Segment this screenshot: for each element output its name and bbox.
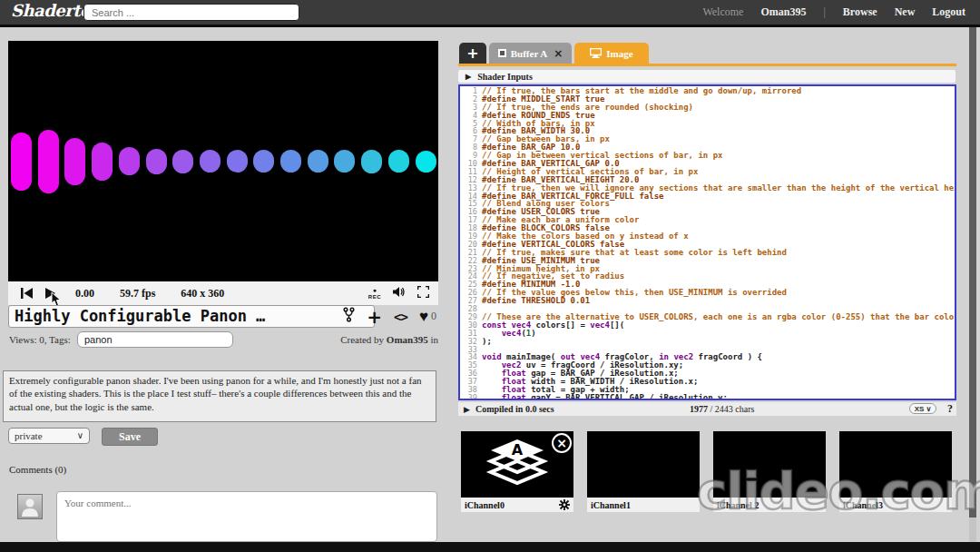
code-line[interactable]: 9// Gap in between vertical sections of … xyxy=(460,151,955,159)
code-line[interactable]: 30const vec4 colors[] = vec4[]( xyxy=(460,320,955,329)
ichannel0-slot[interactable]: A × iChannel0 xyxy=(461,431,573,512)
comment-input[interactable] xyxy=(56,491,437,542)
code-line[interactable]: 13// If true, then we will ignore any se… xyxy=(460,183,955,192)
code-line[interactable]: 38 float total = gap + width; xyxy=(460,385,955,393)
code-line[interactable]: 27#define THRESHOLD 0.01 xyxy=(460,296,955,304)
welcome-label: Welcome xyxy=(702,5,743,19)
code-line[interactable]: 36 float gap = BAR_GAP / iResolution.x; xyxy=(460,369,955,377)
spectrum-bar xyxy=(146,149,167,174)
code-line[interactable]: 19// Make the colors based on y instead … xyxy=(460,232,955,240)
code-editor[interactable]: 1// If true, the bars start at the middl… xyxy=(458,84,956,400)
description-box[interactable]: Extremely configurable panon shader. I'v… xyxy=(3,370,436,422)
spectrum-bar xyxy=(388,150,409,172)
ichannel1-preview[interactable] xyxy=(587,431,700,498)
code-line[interactable]: 7// Gap between bars, in px xyxy=(460,134,955,143)
like-icon[interactable]: ♥ xyxy=(419,309,428,324)
compile-status: Compiled in 0.0 secs xyxy=(475,404,554,414)
rewind-button[interactable] xyxy=(21,288,33,299)
add-icon[interactable]: + xyxy=(367,308,382,326)
fps-counter: 59.7 fps xyxy=(120,287,155,301)
code-line[interactable]: 31 vec4(1) xyxy=(460,329,955,337)
author-link[interactable]: Oman395 xyxy=(387,334,428,345)
logout-link[interactable]: Logout xyxy=(932,5,965,19)
search-input[interactable] xyxy=(83,4,299,21)
code-line[interactable]: 3// If true, the ends are rounded (shock… xyxy=(460,103,955,111)
code-line[interactable]: 6#define BAR_WIDTH 30.0 xyxy=(460,126,955,134)
help-button[interactable]: ? xyxy=(947,402,953,416)
font-size-select[interactable]: XS ∨ xyxy=(909,403,936,414)
code-line[interactable]: 2#define MIDDLE_START true xyxy=(460,94,955,103)
spectrum-bar xyxy=(200,150,220,172)
shader-preview-canvas[interactable] xyxy=(8,41,438,281)
new-link[interactable]: New xyxy=(895,5,916,19)
code-line[interactable]: 34void mainImage( out vec4 fragColor, in… xyxy=(460,352,955,360)
code-line[interactable]: 29// These are the alternative to USER_C… xyxy=(460,312,955,320)
close-tab-icon[interactable]: × xyxy=(554,47,563,60)
ichannel1-slot[interactable]: iChannel1 xyxy=(587,431,700,512)
visibility-select[interactable]: private∨ xyxy=(8,428,90,444)
ichannel0-preview[interactable]: A × xyxy=(461,431,573,498)
shader-inputs-toggle[interactable]: ▶ Shader Inputs xyxy=(458,70,956,83)
code-line[interactable]: 24// If negative, set to radius xyxy=(460,271,955,280)
code-line[interactable]: 20#define VERTICAL_COLORS false xyxy=(460,240,955,248)
ichannel0-close-icon[interactable]: × xyxy=(552,433,572,453)
spectrum-bar xyxy=(361,150,382,173)
fork-icon[interactable] xyxy=(343,307,355,326)
avatar xyxy=(17,494,43,519)
top-nav: Welcome Oman395 | Browse New Logout xyxy=(702,0,965,25)
buffer-icon xyxy=(498,49,506,57)
username-link[interactable]: Oman395 xyxy=(760,5,806,19)
tab-image[interactable]: Image xyxy=(574,43,649,64)
browse-link[interactable]: Browse xyxy=(843,5,877,19)
views-tags-label: Views: 0, Tags: xyxy=(9,334,71,345)
code-line[interactable]: 14#define BAR_VERTICAL_FORCE_FULL false xyxy=(460,192,955,200)
shader-title[interactable]: Highly Configurable Panon … xyxy=(8,305,375,328)
code-line[interactable]: 5// Width of bars, in px xyxy=(460,119,955,127)
tab-underline xyxy=(458,64,956,66)
code-line[interactable]: 25#define MINIMUM -1.0 xyxy=(460,280,955,288)
shadertoy-app: Shadertoy Welcome Oman395 | Browse New L… xyxy=(0,0,980,552)
scrollbar-thumb[interactable] xyxy=(969,27,976,518)
monitor-icon xyxy=(590,48,602,58)
code-line[interactable]: 22#define USE_MINIMUM true xyxy=(460,256,955,264)
new-tab-button[interactable]: + xyxy=(459,43,486,64)
code-line[interactable]: 10#define BAR_VERTICAL_GAP 0.0 xyxy=(460,159,955,167)
ichannel0-label: iChannel0 xyxy=(465,500,505,510)
code-line[interactable]: 23// Minimum height, in px xyxy=(460,264,955,272)
code-line[interactable]: 39 float gapY = BAR_VERTICAL_GAP / iReso… xyxy=(460,393,955,400)
volume-icon[interactable] xyxy=(393,285,406,301)
code-line[interactable]: 16#define USER_COLORS true xyxy=(460,207,955,215)
code-line[interactable]: 33 xyxy=(460,345,955,353)
code-line[interactable]: 17// Make each bar a uniform color xyxy=(460,215,955,223)
spectrum-bar xyxy=(172,150,193,173)
code-line[interactable]: 21// If true, makes sure that at least s… xyxy=(460,248,955,256)
spectrum-bar xyxy=(38,130,59,193)
code-line[interactable]: 35 vec2 uv = fragCoord / iResolution.xy; xyxy=(460,360,955,369)
code-line[interactable]: 26// If the value goes below this, then … xyxy=(460,288,955,296)
compile-play-icon[interactable]: ▶ xyxy=(464,405,470,414)
record-button[interactable]: ●REC xyxy=(368,288,381,300)
playback-time: 0.00 xyxy=(75,287,94,301)
code-line[interactable]: 11// Height of vertical sections of bar,… xyxy=(460,167,955,175)
tab-buffer-a[interactable]: Buffer A × xyxy=(489,43,572,64)
code-line[interactable]: 1// If true, the bars start at the middl… xyxy=(460,86,955,94)
code-line[interactable]: 18#define BLOCK_COLORS false xyxy=(460,223,955,232)
code-line[interactable]: 8#define BAR_GAP 10.0 xyxy=(460,143,955,151)
svg-text:A: A xyxy=(512,441,524,458)
collapsed-arrow-icon: ▶ xyxy=(466,73,471,81)
spectrum-bar xyxy=(227,150,248,172)
code-line[interactable]: 32); xyxy=(460,337,955,345)
gear-icon[interactable] xyxy=(559,499,570,510)
code-line[interactable]: 12#define BAR_VERTICAL_HEIGHT 20.0 xyxy=(460,175,955,183)
editor-status-bar: ▶ Compiled in 0.0 secs 1977 / 2443 chars… xyxy=(458,402,956,416)
resolution-label: 640 x 360 xyxy=(181,287,224,301)
code-line[interactable]: 28 xyxy=(460,304,955,312)
code-line[interactable]: 15// Blend along user colors xyxy=(460,199,955,207)
spectrum-bar xyxy=(280,150,301,172)
fullscreen-icon[interactable] xyxy=(417,285,429,301)
tags-input[interactable] xyxy=(77,331,233,348)
embed-icon[interactable]: <> xyxy=(394,310,407,324)
code-line[interactable]: 37 float width = BAR_WIDTH / iResolution… xyxy=(460,377,955,385)
code-line[interactable]: 4#define ROUND_ENDS true xyxy=(460,111,955,119)
save-button[interactable]: Save xyxy=(102,428,158,446)
